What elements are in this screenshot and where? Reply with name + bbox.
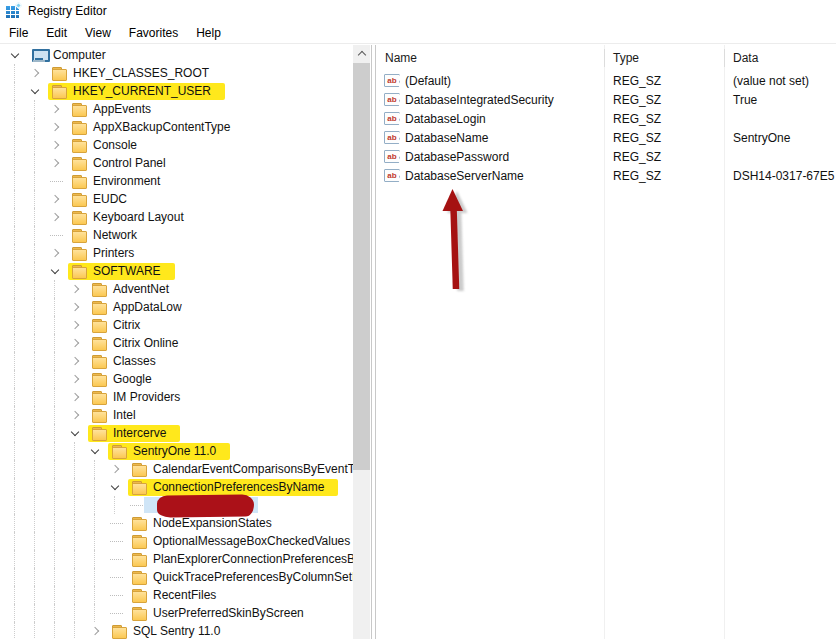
tree-guide-line bbox=[28, 226, 48, 244]
tree-guide-line bbox=[8, 532, 28, 550]
tree-item[interactable]: Printers bbox=[0, 244, 354, 262]
column-header-data[interactable]: Data bbox=[724, 45, 836, 71]
tree-item[interactable]: Citrix Online bbox=[0, 334, 354, 352]
chevron-right-icon[interactable] bbox=[68, 298, 88, 316]
chevron-right-icon[interactable] bbox=[68, 334, 88, 352]
tree-item[interactable]: HKEY_CLASSES_ROOT bbox=[0, 64, 354, 82]
scrollbar-thumb[interactable] bbox=[353, 63, 370, 470]
tree-item[interactable]: RecentFiles bbox=[0, 586, 354, 604]
menu-item-favorites[interactable]: Favorites bbox=[120, 23, 187, 43]
tree-item[interactable]: Intel bbox=[0, 406, 354, 424]
tree-item[interactable]: AppEvents bbox=[0, 100, 354, 118]
column-header-type[interactable]: Type bbox=[604, 45, 724, 71]
tree-guide-line bbox=[28, 622, 48, 639]
tree-guide-line bbox=[48, 298, 68, 316]
tree-item[interactable]: AppDataLow bbox=[0, 298, 354, 316]
tree-item[interactable]: AdventNet bbox=[0, 280, 354, 298]
tree-item[interactable]: QuickTracePreferencesByColumnSetID bbox=[0, 568, 354, 586]
tree-guide-line bbox=[28, 568, 48, 586]
column-header-divider[interactable] bbox=[604, 49, 605, 67]
tree-item[interactable]: OptionalMessageBoxCheckedValues bbox=[0, 532, 354, 550]
tree-guide-line bbox=[68, 442, 88, 460]
tree-item-label: ConnectionPreferencesByName bbox=[152, 480, 324, 494]
tree-guide-line bbox=[48, 334, 68, 352]
chevron-right-icon[interactable] bbox=[68, 370, 88, 388]
chevron-right-icon[interactable] bbox=[48, 244, 68, 262]
tree-item[interactable]: UserPreferredSkinByScreen bbox=[0, 604, 354, 622]
chevron-right-icon[interactable] bbox=[68, 406, 88, 424]
tree-item[interactable]: Intercerve bbox=[0, 424, 354, 442]
tree-item[interactable]: Environment bbox=[0, 172, 354, 190]
value-row[interactable]: ab DatabaseServerName REG_SZ DSH14-0317-… bbox=[376, 166, 836, 185]
menu-item-file[interactable]: File bbox=[0, 23, 37, 43]
tree-guide-line bbox=[48, 550, 68, 568]
tree-scrollbar[interactable] bbox=[353, 45, 370, 639]
tree-item[interactable]: AppXBackupContentType bbox=[0, 118, 354, 136]
leaf-connector bbox=[108, 532, 128, 550]
tree-item[interactable]: SentryOne 11.0 bbox=[0, 442, 354, 460]
chevron-down-icon[interactable] bbox=[28, 82, 48, 100]
column-header-name[interactable]: Name bbox=[376, 45, 604, 71]
tree-item[interactable]: Keyboard Layout bbox=[0, 208, 354, 226]
chevron-right-icon[interactable] bbox=[48, 208, 68, 226]
chevron-down-icon[interactable] bbox=[88, 442, 108, 460]
tree-item[interactable]: CalendarEventComparisonsByEventType bbox=[0, 460, 354, 478]
chevron-right-icon[interactable] bbox=[48, 100, 68, 118]
folder-icon bbox=[131, 479, 147, 495]
chevron-down-icon[interactable] bbox=[8, 46, 28, 64]
chevron-right-icon[interactable] bbox=[68, 352, 88, 370]
chevron-right-icon[interactable] bbox=[68, 280, 88, 298]
tree-item[interactable]: SQL Sentry 11.0 bbox=[0, 622, 354, 639]
tree-item[interactable]: HKEY_CURRENT_USER bbox=[0, 82, 354, 100]
tree-item[interactable]: ConnectionPreferencesByName bbox=[0, 478, 354, 496]
value-row[interactable]: ab (Default) REG_SZ (value not set) bbox=[376, 71, 836, 90]
tree-item[interactable]: Classes bbox=[0, 352, 354, 370]
tree-guide-line bbox=[68, 550, 88, 568]
tree-item[interactable]: SOFTWARE bbox=[0, 262, 354, 280]
tree-item[interactable]: Control Panel bbox=[0, 154, 354, 172]
yellow-highlight-marker: SentryOne 11.0 bbox=[108, 443, 230, 460]
folder-icon bbox=[51, 65, 67, 81]
scrollbar-up-arrow-icon[interactable] bbox=[353, 45, 370, 62]
chevron-right-icon[interactable] bbox=[68, 316, 88, 334]
title-bar: Registry Editor bbox=[0, 0, 836, 22]
value-row[interactable]: ab DatabaseName REG_SZ SentryOne bbox=[376, 128, 836, 147]
tree-guide-line bbox=[28, 586, 48, 604]
tree-guide-line bbox=[28, 514, 48, 532]
chevron-right-icon[interactable] bbox=[68, 388, 88, 406]
tree-item[interactable]: Network bbox=[0, 226, 354, 244]
chevron-right-icon[interactable] bbox=[28, 64, 48, 82]
tree-item[interactable]: Citrix bbox=[0, 316, 354, 334]
chevron-right-icon[interactable] bbox=[88, 622, 108, 639]
tree-item[interactable]: EUDC bbox=[0, 190, 354, 208]
tree-guide-line bbox=[48, 424, 68, 442]
chevron-down-icon[interactable] bbox=[108, 478, 128, 496]
value-row[interactable]: ab DatabasePassword REG_SZ bbox=[376, 147, 836, 166]
tree-item[interactable]: Google bbox=[0, 370, 354, 388]
chevron-right-icon[interactable] bbox=[48, 190, 68, 208]
tree-guide-line bbox=[28, 280, 48, 298]
menu-item-view[interactable]: View bbox=[76, 23, 120, 43]
column-header-divider[interactable] bbox=[724, 49, 725, 67]
tree-item[interactable]: Computer bbox=[0, 46, 354, 64]
tree-item-label: Intercerve bbox=[112, 426, 166, 440]
chevron-down-icon[interactable] bbox=[68, 424, 88, 442]
tree-item[interactable]: Console bbox=[0, 136, 354, 154]
tree-guide-line bbox=[8, 64, 28, 82]
menu-item-edit[interactable]: Edit bbox=[37, 23, 76, 43]
tree-guide-line bbox=[48, 496, 68, 514]
chevron-right-icon[interactable] bbox=[48, 136, 68, 154]
tree-item-label: AppXBackupContentType bbox=[92, 120, 230, 134]
tree-item-label: EUDC bbox=[92, 192, 127, 206]
chevron-right-icon[interactable] bbox=[108, 460, 128, 478]
menu-item-help[interactable]: Help bbox=[187, 23, 230, 43]
chevron-right-icon[interactable] bbox=[48, 154, 68, 172]
value-row[interactable]: ab DatabaseIntegratedSecurity REG_SZ Tru… bbox=[376, 90, 836, 109]
tree-guide-line bbox=[28, 136, 48, 154]
chevron-right-icon[interactable] bbox=[48, 118, 68, 136]
value-row[interactable]: ab DatabaseLogin REG_SZ bbox=[376, 109, 836, 128]
tree-item[interactable]: IM Providers bbox=[0, 388, 354, 406]
chevron-down-icon[interactable] bbox=[48, 262, 68, 280]
string-value-icon: ab bbox=[384, 131, 400, 144]
tree-item[interactable]: PlanExplorerConnectionPreferencesByNa bbox=[0, 550, 354, 568]
